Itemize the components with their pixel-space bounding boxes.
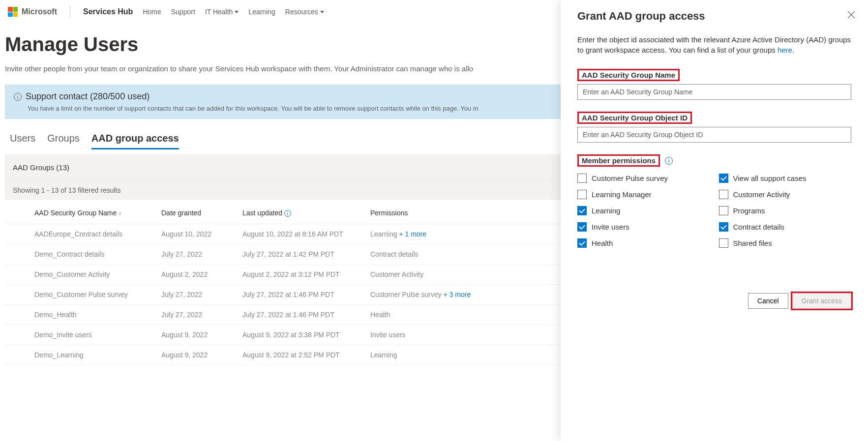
more-permissions-link[interactable]: + 1 more — [399, 230, 426, 238]
chevron-down-icon — [235, 11, 239, 13]
permission-label: Customer Activity — [733, 190, 790, 199]
cell-granted: August 9, 2022 — [161, 331, 242, 339]
tab-aad-group-access[interactable]: AAD group access — [91, 129, 179, 149]
checkbox-checked-icon[interactable] — [577, 206, 587, 215]
cell-updated: July 27, 2022 at 1:46 PM PDT — [242, 291, 370, 298]
permission-label: View all support cases — [733, 174, 807, 182]
grant-access-button[interactable]: Grant access — [792, 293, 851, 309]
nav-home[interactable]: Home — [143, 8, 161, 16]
sort-up-icon: ↑ — [119, 210, 121, 216]
services-hub-name[interactable]: Services Hub — [83, 7, 133, 16]
col-header-permissions[interactable]: Permissions — [370, 209, 498, 217]
microsoft-logo[interactable]: Microsoft — [8, 7, 57, 17]
info-icon[interactable]: i — [665, 157, 673, 165]
tab-groups[interactable]: Groups — [47, 129, 80, 149]
permission-option[interactable]: Customer Activity — [719, 190, 852, 199]
permission-label: Programs — [733, 206, 765, 215]
info-icon: i — [14, 93, 22, 101]
nav-divider — [70, 6, 70, 18]
col-header-name[interactable]: AAD Security Group Name↑ — [34, 209, 161, 217]
permission-option[interactable]: Learning Manager — [577, 190, 710, 199]
cell-permissions: Customer Activity — [370, 270, 498, 278]
panel-desc-period: . — [792, 46, 794, 54]
permission-option[interactable]: Invite users — [577, 222, 710, 232]
checkbox-icon[interactable] — [719, 206, 728, 215]
cell-permissions: Customer Pulse survey + 3 more — [370, 291, 498, 298]
cell-permissions: Learning — [370, 351, 498, 359]
permission-label: Customer Pulse survey — [592, 174, 668, 182]
panel-footer: Cancel Grant access — [748, 293, 851, 309]
checkbox-icon[interactable] — [577, 190, 587, 199]
permission-label: Contract details — [733, 223, 784, 231]
close-icon — [847, 11, 855, 19]
cell-name: Demo_Invite users — [34, 331, 161, 339]
group-id-label: AAD Security Group Object ID — [577, 112, 692, 124]
more-permissions-link[interactable]: + 3 more — [444, 291, 471, 298]
cell-granted: August 10, 2022 — [161, 230, 242, 238]
grid-title: AAD Groups (13) — [13, 163, 69, 172]
permission-option[interactable]: Learning — [577, 206, 710, 215]
col-header-updated-label: Last updated — [242, 209, 282, 217]
cell-updated: August 9, 2022 at 3:38 PM PDT — [242, 331, 370, 339]
nav-learning[interactable]: Learning — [248, 8, 275, 16]
permission-option[interactable]: View all support cases — [719, 174, 852, 183]
nav-resources-label: Resources — [285, 8, 318, 16]
cell-permissions: Learning + 1 more — [370, 230, 498, 238]
nav-resources[interactable]: Resources — [285, 8, 324, 16]
cell-permissions: Contract details — [370, 250, 498, 258]
info-icon[interactable]: i — [284, 210, 291, 217]
permission-option[interactable]: Contract details — [719, 222, 852, 232]
cell-granted: July 27, 2022 — [161, 250, 242, 258]
cell-name: Demo_Health — [34, 311, 161, 319]
cell-name: AADEurope_Contract details — [34, 230, 161, 238]
nav-ithealth-label: IT Health — [205, 8, 233, 16]
checkbox-checked-icon[interactable] — [577, 222, 587, 232]
microsoft-logo-icon — [8, 7, 18, 17]
cell-name: Demo_Contract details — [34, 250, 161, 258]
permission-label: Invite users — [592, 223, 629, 231]
permission-label: Learning Manager — [592, 190, 652, 199]
cell-granted: August 2, 2022 — [161, 270, 242, 278]
cell-granted: July 27, 2022 — [161, 311, 242, 319]
cell-name: Demo_Learning — [34, 351, 161, 359]
panel-title: Grant AAD group access — [577, 10, 851, 23]
checkbox-checked-icon[interactable] — [719, 174, 728, 183]
group-id-input[interactable] — [577, 127, 851, 143]
cell-granted: July 27, 2022 — [161, 291, 242, 298]
checkbox-icon[interactable] — [577, 174, 587, 183]
microsoft-name: Microsoft — [22, 7, 57, 16]
permissions-grid: Customer Pulse surveyView all support ca… — [577, 174, 851, 248]
checkbox-icon[interactable] — [719, 238, 728, 248]
group-name-label: AAD Security Group Name — [577, 69, 680, 81]
panel-desc: Enter the object id associated with the … — [577, 34, 851, 55]
nav-ithealth[interactable]: IT Health — [205, 8, 239, 16]
permissions-label: Member permissions — [577, 154, 660, 167]
permission-option[interactable]: Health — [577, 238, 710, 248]
cell-permissions: Invite users — [370, 331, 498, 339]
panel-desc-text: Enter the object id associated with the … — [577, 35, 851, 54]
cell-granted: August 9, 2022 — [161, 351, 242, 359]
tab-users[interactable]: Users — [10, 129, 35, 149]
col-header-updated[interactable]: Last updatedi — [242, 209, 370, 217]
checkbox-icon[interactable] — [719, 190, 728, 199]
panel-here-link[interactable]: here — [778, 46, 792, 54]
checkbox-checked-icon[interactable] — [719, 222, 728, 232]
col-header-granted[interactable]: Date granted — [161, 209, 242, 217]
checkbox-checked-icon[interactable] — [577, 238, 587, 248]
grant-aad-panel: Grant AAD group access Enter the object … — [561, 0, 868, 441]
nav-support[interactable]: Support — [171, 8, 195, 16]
cell-updated: August 9, 2022 at 2:52 PM PDT — [242, 351, 370, 359]
cell-name: Demo_Customer Pulse survey — [34, 291, 161, 298]
cell-updated: August 2, 2022 at 3:12 PM PDT — [242, 270, 370, 278]
cancel-button[interactable]: Cancel — [748, 293, 788, 309]
group-name-input[interactable] — [577, 84, 851, 100]
permission-option[interactable]: Shared files — [719, 238, 852, 248]
permission-option[interactable]: Programs — [719, 206, 852, 215]
cell-permissions: Health — [370, 311, 498, 319]
close-button[interactable] — [847, 11, 855, 20]
permission-option[interactable]: Customer Pulse survey — [577, 174, 710, 183]
cell-name: Demo_Customer Activity — [34, 270, 161, 278]
banner-title: Support contact (280/500 used) — [26, 91, 150, 102]
col-header-name-label: AAD Security Group Name — [34, 209, 117, 217]
cell-updated: July 27, 2022 at 1:42 PM PDT — [242, 250, 370, 258]
